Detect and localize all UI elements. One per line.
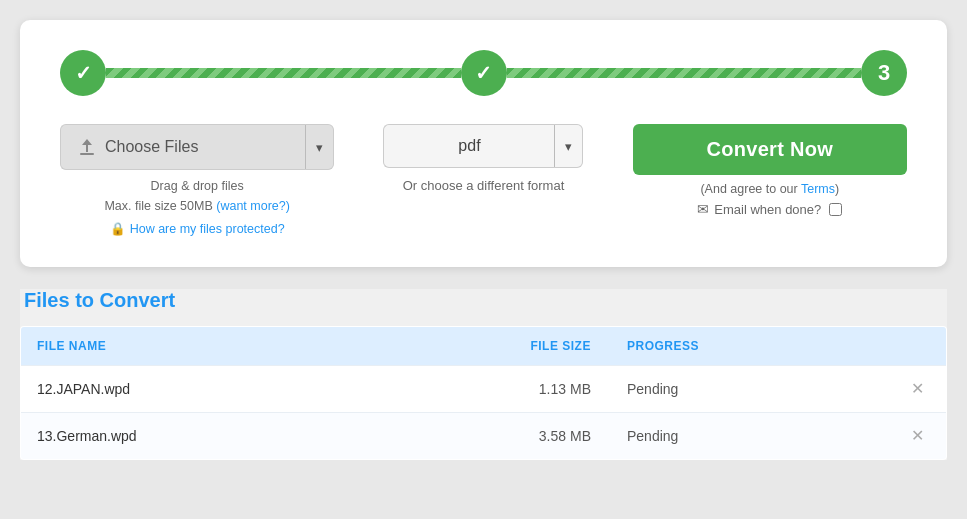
convert-meta: (And agree to our Terms) — [700, 182, 839, 196]
files-heading-prefix: Files to — [24, 289, 100, 311]
format-dropdown-button[interactable]: ▾ — [554, 124, 583, 168]
want-more-link[interactable]: (want more?) — [216, 199, 290, 213]
table-header-row: FILE NAME FILE SIZE PROGRESS — [21, 327, 947, 366]
converter-card: 3 Choose Files — [20, 20, 947, 267]
cell-progress: Pending — [607, 366, 889, 413]
max-size-label: Max. file size 50MB — [104, 199, 212, 213]
format-group: pdf ▾ Or choose a different format — [346, 124, 620, 193]
agree-label: (And agree to our — [700, 182, 801, 196]
format-value: pdf — [458, 137, 480, 154]
cell-filename: 12.JAPAN.wpd — [21, 366, 366, 413]
agree-close: ) — [835, 182, 839, 196]
choose-files-button[interactable]: Choose Files — [60, 124, 305, 170]
files-section: Files to Convert FILE NAME FILE SIZE PRO… — [20, 289, 947, 460]
col-header-progress: PROGRESS — [607, 327, 889, 366]
page-wrapper: 3 Choose Files — [20, 20, 947, 460]
format-hint: Or choose a different format — [403, 178, 565, 193]
controls-row: Choose Files ▾ Drag & drop files Max. fi… — [60, 124, 907, 239]
col-header-name: FILE NAME — [21, 327, 366, 366]
lock-icon: 🔒 — [110, 219, 126, 239]
files-heading-accent: Convert — [100, 289, 176, 311]
convert-now-button[interactable]: Convert Now — [633, 124, 907, 175]
step-3-circle: 3 — [861, 50, 907, 96]
remove-file-button[interactable]: ✕ — [905, 379, 930, 399]
choose-files-group: Choose Files ▾ Drag & drop files Max. fi… — [60, 124, 334, 239]
format-select-wrap: pdf ▾ — [383, 124, 583, 168]
convert-group: Convert Now (And agree to our Terms) ✉ E… — [633, 124, 907, 217]
protection-label: How are my files protected? — [130, 219, 285, 239]
choose-files-dropdown-button[interactable]: ▾ — [305, 124, 334, 170]
step-3-label: 3 — [878, 60, 890, 86]
remove-file-button[interactable]: ✕ — [905, 426, 930, 446]
email-icon: ✉ — [697, 201, 709, 217]
cell-remove: ✕ — [889, 413, 947, 460]
step-1-check — [75, 61, 92, 85]
cell-filesize: 3.58 MB — [365, 413, 607, 460]
terms-link[interactable]: Terms — [801, 182, 835, 196]
table-header: FILE NAME FILE SIZE PROGRESS — [21, 327, 947, 366]
svg-rect-0 — [80, 153, 94, 155]
email-checkbox[interactable] — [829, 203, 842, 216]
cell-filename: 13.German.wpd — [21, 413, 366, 460]
step-2-circle — [461, 50, 507, 96]
files-table: FILE NAME FILE SIZE PROGRESS 12.JAPAN.wp… — [20, 326, 947, 460]
choose-files-arrow: ▾ — [316, 140, 323, 155]
table-body: 12.JAPAN.wpd 1.13 MB Pending ✕ 13.German… — [21, 366, 947, 460]
format-arrow: ▾ — [565, 139, 572, 154]
step-1-circle — [60, 50, 106, 96]
email-label: Email when done? — [714, 202, 821, 217]
choose-files-label: Choose Files — [105, 138, 198, 156]
col-header-size: FILE SIZE — [365, 327, 607, 366]
drag-drop-label: Drag & drop files — [104, 176, 290, 196]
steps-container: 3 — [60, 50, 907, 96]
table-row: 13.German.wpd 3.58 MB Pending ✕ — [21, 413, 947, 460]
cell-progress: Pending — [607, 413, 889, 460]
choose-files-meta: Drag & drop files Max. file size 50MB (w… — [104, 176, 290, 239]
col-header-remove — [889, 327, 947, 366]
format-display: pdf — [383, 124, 554, 168]
cell-filesize: 1.13 MB — [365, 366, 607, 413]
choose-files-btn-wrap: Choose Files ▾ — [60, 124, 334, 170]
table-row: 12.JAPAN.wpd 1.13 MB Pending ✕ — [21, 366, 947, 413]
step-line-2 — [507, 68, 862, 78]
max-size-row: Max. file size 50MB (want more?) — [104, 196, 290, 216]
email-row: ✉ Email when done? — [697, 201, 842, 217]
step-line-1 — [106, 68, 461, 78]
cell-remove: ✕ — [889, 366, 947, 413]
protection-link[interactable]: 🔒 How are my files protected? — [104, 219, 290, 239]
files-heading: Files to Convert — [20, 289, 947, 312]
upload-icon — [77, 137, 97, 157]
step-2-check — [475, 61, 492, 85]
